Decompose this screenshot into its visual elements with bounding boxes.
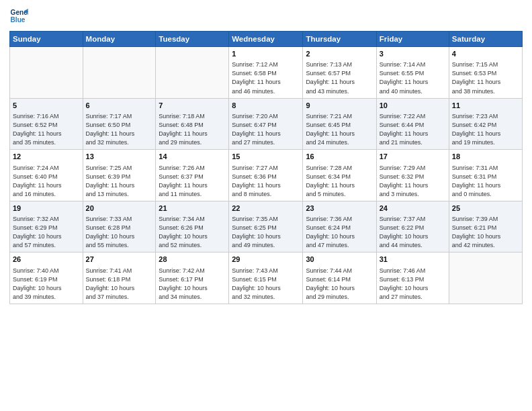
day-cell: 4Sunrise: 7:15 AM Sunset: 6:53 PM Daylig… xyxy=(449,47,522,99)
day-info: Sunrise: 7:31 AM Sunset: 6:31 PM Dayligh… xyxy=(452,164,519,199)
day-number: 31 xyxy=(380,255,446,265)
day-number: 27 xyxy=(86,255,153,265)
day-cell: 10Sunrise: 7:22 AM Sunset: 6:44 PM Dayli… xyxy=(376,98,449,150)
week-row-4: 26Sunrise: 7:40 AM Sunset: 6:19 PM Dayli… xyxy=(10,253,523,304)
day-number: 20 xyxy=(86,203,153,214)
day-cell: 3Sunrise: 7:14 AM Sunset: 6:55 PM Daylig… xyxy=(376,47,449,99)
header-friday: Friday xyxy=(376,32,449,47)
day-info: Sunrise: 7:46 AM Sunset: 6:13 PM Dayligh… xyxy=(380,267,446,302)
day-number: 8 xyxy=(232,101,300,111)
day-cell: 15Sunrise: 7:27 AM Sunset: 6:36 PM Dayli… xyxy=(229,150,303,201)
day-cell: 13Sunrise: 7:25 AM Sunset: 6:39 PM Dayli… xyxy=(83,150,156,201)
day-number: 11 xyxy=(452,101,519,111)
day-number: 5 xyxy=(13,101,80,111)
day-info: Sunrise: 7:14 AM Sunset: 6:55 PM Dayligh… xyxy=(380,60,446,95)
day-cell: 17Sunrise: 7:29 AM Sunset: 6:32 PM Dayli… xyxy=(376,150,449,201)
day-number: 6 xyxy=(86,101,153,111)
header-wednesday: Wednesday xyxy=(229,32,303,47)
day-info: Sunrise: 7:25 AM Sunset: 6:39 PM Dayligh… xyxy=(86,164,153,199)
day-cell: 7Sunrise: 7:18 AM Sunset: 6:48 PM Daylig… xyxy=(156,98,229,150)
day-cell: 11Sunrise: 7:23 AM Sunset: 6:42 PM Dayli… xyxy=(449,98,522,150)
day-number: 3 xyxy=(380,49,446,59)
day-number: 28 xyxy=(159,255,226,265)
day-number: 13 xyxy=(86,152,153,162)
day-number: 18 xyxy=(452,152,519,162)
logo: General Blue xyxy=(9,7,28,26)
day-cell: 22Sunrise: 7:35 AM Sunset: 6:25 PM Dayli… xyxy=(229,201,303,253)
day-cell: 20Sunrise: 7:33 AM Sunset: 6:28 PM Dayli… xyxy=(83,201,156,253)
day-info: Sunrise: 7:28 AM Sunset: 6:34 PM Dayligh… xyxy=(306,164,373,199)
day-info: Sunrise: 7:36 AM Sunset: 6:24 PM Dayligh… xyxy=(306,215,373,250)
day-info: Sunrise: 7:33 AM Sunset: 6:28 PM Dayligh… xyxy=(86,215,153,250)
day-cell: 8Sunrise: 7:20 AM Sunset: 6:47 PM Daylig… xyxy=(229,98,303,150)
day-info: Sunrise: 7:18 AM Sunset: 6:48 PM Dayligh… xyxy=(159,112,226,147)
header-monday: Monday xyxy=(83,32,156,47)
header-thursday: Thursday xyxy=(303,32,376,47)
day-info: Sunrise: 7:12 AM Sunset: 6:58 PM Dayligh… xyxy=(232,60,300,95)
day-number: 10 xyxy=(380,101,446,111)
day-cell: 12Sunrise: 7:24 AM Sunset: 6:40 PM Dayli… xyxy=(10,150,83,201)
day-cell: 25Sunrise: 7:39 AM Sunset: 6:21 PM Dayli… xyxy=(449,201,522,253)
day-cell: 28Sunrise: 7:42 AM Sunset: 6:17 PM Dayli… xyxy=(156,253,229,304)
day-info: Sunrise: 7:22 AM Sunset: 6:44 PM Dayligh… xyxy=(380,112,446,147)
day-cell: 29Sunrise: 7:43 AM Sunset: 6:15 PM Dayli… xyxy=(229,253,303,304)
day-cell: 24Sunrise: 7:37 AM Sunset: 6:22 PM Dayli… xyxy=(376,201,449,253)
day-number: 1 xyxy=(232,49,300,59)
day-cell xyxy=(83,47,156,99)
day-info: Sunrise: 7:27 AM Sunset: 6:36 PM Dayligh… xyxy=(232,164,300,199)
day-info: Sunrise: 7:40 AM Sunset: 6:19 PM Dayligh… xyxy=(13,267,80,302)
day-info: Sunrise: 7:13 AM Sunset: 6:57 PM Dayligh… xyxy=(306,60,373,95)
logo-icon: General Blue xyxy=(9,7,28,26)
week-row-3: 19Sunrise: 7:32 AM Sunset: 6:29 PM Dayli… xyxy=(10,201,523,253)
day-info: Sunrise: 7:29 AM Sunset: 6:32 PM Dayligh… xyxy=(380,164,446,199)
header-saturday: Saturday xyxy=(449,32,522,47)
day-info: Sunrise: 7:23 AM Sunset: 6:42 PM Dayligh… xyxy=(452,112,519,147)
day-cell: 27Sunrise: 7:41 AM Sunset: 6:18 PM Dayli… xyxy=(83,253,156,304)
day-cell: 6Sunrise: 7:17 AM Sunset: 6:50 PM Daylig… xyxy=(83,98,156,150)
day-cell xyxy=(10,47,83,99)
day-number: 19 xyxy=(13,203,80,214)
day-info: Sunrise: 7:42 AM Sunset: 6:17 PM Dayligh… xyxy=(159,267,226,302)
day-cell: 1Sunrise: 7:12 AM Sunset: 6:58 PM Daylig… xyxy=(229,47,303,99)
calendar-table: SundayMondayTuesdayWednesdayThursdayFrid… xyxy=(9,31,523,304)
day-number: 29 xyxy=(232,255,300,265)
header-tuesday: Tuesday xyxy=(156,32,229,47)
day-info: Sunrise: 7:37 AM Sunset: 6:22 PM Dayligh… xyxy=(380,215,446,250)
day-number: 25 xyxy=(452,203,519,214)
day-number: 30 xyxy=(306,255,373,265)
day-cell: 31Sunrise: 7:46 AM Sunset: 6:13 PM Dayli… xyxy=(376,253,449,304)
day-cell: 19Sunrise: 7:32 AM Sunset: 6:29 PM Dayli… xyxy=(10,201,83,253)
day-cell: 14Sunrise: 7:26 AM Sunset: 6:37 PM Dayli… xyxy=(156,150,229,201)
svg-text:Blue: Blue xyxy=(11,16,26,24)
day-info: Sunrise: 7:26 AM Sunset: 6:37 PM Dayligh… xyxy=(159,164,226,199)
day-number: 22 xyxy=(232,203,300,214)
week-row-1: 5Sunrise: 7:16 AM Sunset: 6:52 PM Daylig… xyxy=(10,98,523,150)
day-cell: 5Sunrise: 7:16 AM Sunset: 6:52 PM Daylig… xyxy=(10,98,83,150)
day-info: Sunrise: 7:43 AM Sunset: 6:15 PM Dayligh… xyxy=(232,267,300,302)
page: General Blue SundayMondayTuesdayWednesda… xyxy=(0,0,532,411)
day-info: Sunrise: 7:16 AM Sunset: 6:52 PM Dayligh… xyxy=(13,112,80,147)
day-number: 16 xyxy=(306,152,373,162)
day-cell xyxy=(449,253,522,304)
day-cell: 18Sunrise: 7:31 AM Sunset: 6:31 PM Dayli… xyxy=(449,150,522,201)
day-info: Sunrise: 7:17 AM Sunset: 6:50 PM Dayligh… xyxy=(86,112,153,147)
day-number: 4 xyxy=(452,49,519,59)
day-cell: 23Sunrise: 7:36 AM Sunset: 6:24 PM Dayli… xyxy=(303,201,376,253)
day-cell: 30Sunrise: 7:44 AM Sunset: 6:14 PM Dayli… xyxy=(303,253,376,304)
day-number: 9 xyxy=(306,101,373,111)
day-cell: 16Sunrise: 7:28 AM Sunset: 6:34 PM Dayli… xyxy=(303,150,376,201)
day-cell: 2Sunrise: 7:13 AM Sunset: 6:57 PM Daylig… xyxy=(303,47,376,99)
week-row-2: 12Sunrise: 7:24 AM Sunset: 6:40 PM Dayli… xyxy=(10,150,523,201)
day-cell xyxy=(156,47,229,99)
day-info: Sunrise: 7:35 AM Sunset: 6:25 PM Dayligh… xyxy=(232,215,300,250)
day-cell: 21Sunrise: 7:34 AM Sunset: 6:26 PM Dayli… xyxy=(156,201,229,253)
day-number: 14 xyxy=(159,152,226,162)
day-info: Sunrise: 7:32 AM Sunset: 6:29 PM Dayligh… xyxy=(13,215,80,250)
week-row-0: 1Sunrise: 7:12 AM Sunset: 6:58 PM Daylig… xyxy=(10,47,523,99)
day-number: 2 xyxy=(306,49,373,59)
day-number: 17 xyxy=(380,152,446,162)
day-info: Sunrise: 7:20 AM Sunset: 6:47 PM Dayligh… xyxy=(232,112,300,147)
day-info: Sunrise: 7:21 AM Sunset: 6:45 PM Dayligh… xyxy=(306,112,373,147)
header: General Blue xyxy=(9,7,523,26)
day-number: 12 xyxy=(13,152,80,162)
